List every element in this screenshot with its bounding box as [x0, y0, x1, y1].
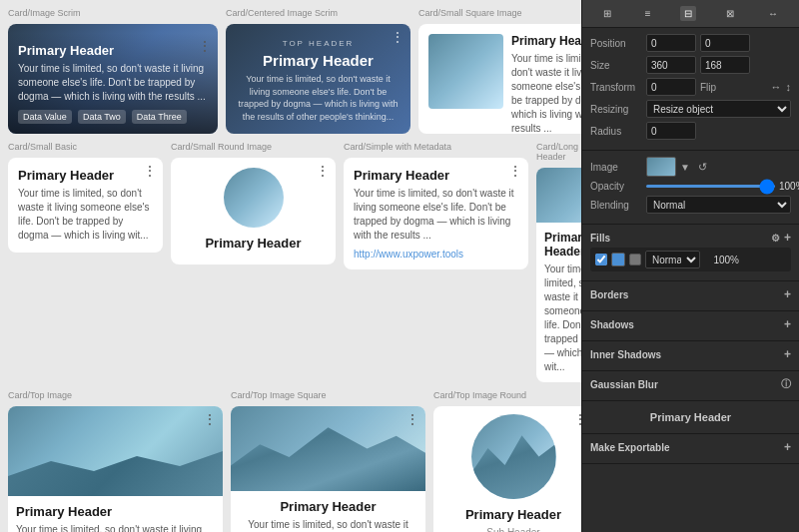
panel-primary-header: Primary Header — [590, 407, 791, 427]
fill-opacity: 100% — [704, 255, 739, 266]
transform-label: Transform — [590, 82, 642, 93]
card-body: Your time is limited, so don't waste it … — [354, 187, 518, 243]
inner-shadows-add-icon[interactable]: + — [784, 347, 791, 361]
card-title: Primary Header — [441, 507, 581, 522]
height-input[interactable] — [700, 56, 750, 74]
col-small-basic: Card/Small Basic ⋮ Primary Header Your t… — [8, 142, 163, 382]
col-top-image: Card/Top Image ⋮ Primary Header Your tim… — [8, 390, 223, 532]
size-label: Size — [590, 60, 642, 71]
round-image — [471, 414, 556, 499]
card-long-image-header: ⋮ Primary Header Your time is limited, s… — [536, 168, 581, 382]
shadows-header[interactable]: Shadows + — [590, 317, 791, 331]
card-body: Your time is limited, so don't waste it … — [236, 73, 400, 123]
radius-input[interactable] — [646, 122, 696, 140]
card-body: Your time is limited, so don't waste it … — [544, 263, 581, 374]
canvas-area: Card/Image Scrim ⋮ Primary Header Your t… — [0, 0, 581, 532]
col-top-image-square: Card/Top Image Square ⋮ Primary Header Y… — [231, 390, 425, 532]
image-dropdown-icon[interactable]: ▼ — [680, 162, 690, 173]
tab-align-right[interactable]: ⊟ — [680, 6, 696, 21]
label-simple-meta: Card/Simple with Metadata — [344, 142, 528, 152]
gaussian-header[interactable]: Gaussian Blur ⓘ — [590, 377, 791, 391]
card-menu-button[interactable]: ⋮ — [143, 164, 157, 178]
panel-header-tabs: ⊞ ≡ ⊟ ⊠ ↔ — [582, 0, 799, 28]
col-simple-meta: Card/Simple with Metadata ⋮ Primary Head… — [344, 142, 528, 382]
shadows-label: Shadows — [590, 319, 634, 330]
image-thumbnail[interactable] — [646, 157, 676, 177]
label-small-basic: Card/Small Basic — [8, 142, 163, 152]
tab-align-center[interactable]: ≡ — [641, 6, 655, 21]
radius-label: Radius — [590, 126, 642, 137]
card-body: Your time is limited, so don't waste it … — [18, 187, 153, 243]
tag-1: Data Value — [18, 110, 72, 124]
blending-select[interactable]: Normal Multiply Screen Overlay — [646, 196, 791, 214]
card-title: Primary Header — [544, 231, 581, 259]
card-menu-button[interactable]: ⋮ — [508, 164, 522, 178]
fill-color-swatch[interactable] — [611, 253, 625, 266]
gaussian-section: Gaussian Blur ⓘ — [582, 371, 799, 401]
make-exportable-header[interactable]: Make Exportable + — [590, 440, 791, 454]
shadows-add-icon[interactable]: + — [784, 317, 791, 331]
card-menu-button[interactable]: ⋮ — [203, 412, 217, 426]
y-input[interactable] — [700, 34, 750, 52]
radius-row: Radius — [590, 122, 791, 140]
x-input[interactable] — [646, 34, 696, 52]
fills-header: Fills ⚙ + — [590, 231, 791, 245]
card-simple-meta: ⋮ Primary Header Your time is limited, s… — [344, 158, 528, 269]
card-body: Your time is limited, so don't waste it … — [511, 52, 581, 134]
flip-h-icon[interactable]: ↔ — [771, 81, 782, 93]
fills-add-icon[interactable]: + — [784, 231, 791, 245]
card-content: Primary Header Your time is limited, so … — [536, 223, 581, 382]
right-panel: ⊞ ≡ ⊟ ⊠ ↔ Position Size Transform Flip ↔… — [581, 0, 799, 532]
transform-row: Transform Flip ↔ ↕ — [590, 78, 791, 96]
fills-settings-icon[interactable]: ⚙ — [771, 233, 780, 244]
blending-row: Blending Normal Multiply Screen Overlay — [590, 196, 791, 214]
resizing-label: Resizing — [590, 104, 642, 115]
top-label: TOP HEADER — [236, 39, 400, 48]
tab-align-justify[interactable]: ⊠ — [722, 6, 738, 21]
card-small-basic: ⋮ Primary Header Your time is limited, s… — [8, 158, 163, 253]
card-menu-button[interactable]: ⋮ — [405, 412, 419, 426]
card-body: Your time is limited, so don't waste it … — [18, 62, 208, 104]
fill-color-swatch-2[interactable] — [629, 254, 641, 266]
card-top-square: ⋮ Primary Header Your time is limited, s… — [231, 406, 425, 532]
card-menu-button[interactable]: ⋮ — [198, 39, 212, 53]
flip-v-icon[interactable]: ↕ — [786, 81, 792, 93]
tab-align-left[interactable]: ⊞ — [599, 6, 615, 21]
card-title: Primary Header — [16, 504, 215, 519]
width-input[interactable] — [646, 56, 696, 74]
col-image-scrim: Card/Image Scrim ⋮ Primary Header Your t… — [8, 8, 218, 134]
label-top-image-square: Card/Top Image Square — [231, 390, 425, 400]
card-title: Primary Header — [239, 499, 417, 514]
card-link[interactable]: http://www.uxpower.tools — [354, 249, 518, 260]
gaussian-info-icon[interactable]: ⓘ — [781, 377, 791, 391]
tab-resize[interactable]: ↔ — [764, 6, 782, 21]
make-exportable-add-icon[interactable]: + — [784, 440, 791, 454]
card-menu-button[interactable]: ⋮ — [391, 30, 404, 44]
resizing-row: Resizing Resize object Stretch to fit Fi… — [590, 100, 791, 118]
card-menu-button[interactable]: ⋮ — [573, 412, 581, 426]
card-small-square: ⋮ Primary Header Your time is limited, s… — [418, 24, 581, 134]
col-centered-scrim: Card/Centered Image Scrim ⋮ TOP HEADER P… — [226, 8, 410, 134]
borders-add-icon[interactable]: + — [784, 287, 791, 301]
card-menu-button[interactable]: ⋮ — [316, 164, 330, 178]
opacity-slider[interactable] — [646, 185, 775, 188]
rotate-input[interactable] — [646, 78, 696, 96]
gaussian-label: Gaussian Blur — [590, 379, 658, 390]
fills-label: Fills — [590, 233, 610, 244]
card-small-round: ⋮ Primary Header — [171, 158, 336, 265]
fill-type-select[interactable]: Normal Multiply — [645, 251, 700, 268]
image-label: Image — [590, 162, 642, 173]
resizing-select[interactable]: Resize object Stretch to fit Fixed size — [646, 100, 791, 118]
image-refresh-icon[interactable]: ↺ — [698, 161, 707, 174]
card-title: Primary Header — [511, 34, 581, 48]
inner-shadows-header[interactable]: Inner Shadows + — [590, 347, 791, 361]
label-small-round: Card/Small Round Image — [171, 142, 336, 152]
fill-enabled-checkbox[interactable] — [595, 254, 607, 266]
fills-section: Fills ⚙ + Normal Multiply 100% — [582, 225, 799, 281]
label-top-image-round: Card/Top Image Round — [433, 390, 581, 400]
tag-3: Data Three — [132, 110, 187, 124]
size-row: Size — [590, 56, 791, 74]
borders-header[interactable]: Borders + — [590, 287, 791, 301]
card-image-scrim: ⋮ Primary Header Your time is limited, s… — [8, 24, 218, 134]
card-body: Your time is limited, so don't waste it … — [239, 518, 417, 532]
